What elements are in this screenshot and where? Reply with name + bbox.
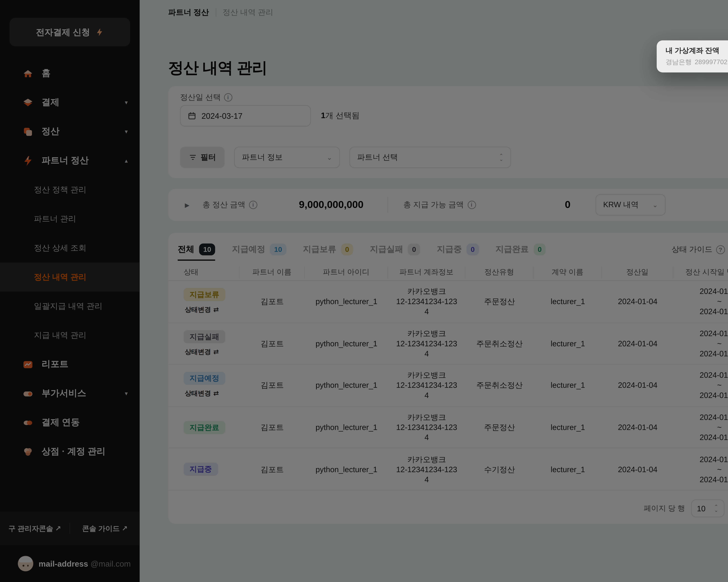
virtual-account-balance-card: 내 가상계좌 잔액 경남은행 28999770218123 ⧉ 10,000,0…: [657, 40, 728, 73]
account-number: 28999770218123: [695, 58, 728, 65]
bank-name: 경남은행: [666, 58, 692, 65]
app: 전자결제 신청 홈 결제 ▾ 정산 ▾: [0, 0, 728, 582]
dim-overlay: [0, 0, 728, 582]
balance-title: 내 가상계좌 잔액: [666, 46, 728, 55]
